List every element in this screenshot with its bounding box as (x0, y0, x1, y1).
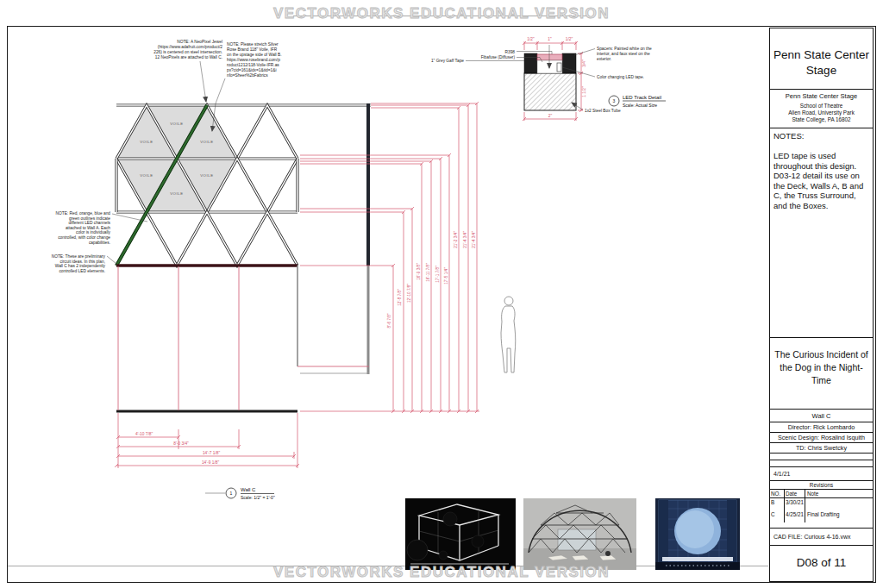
note-neopixel: NOTE: A NeoPixel Jewel (https://www.adaf… (153, 40, 222, 102)
dim-label: 21'-2 3/4" (454, 231, 458, 248)
led-track-detail: 1/2" 1" 1/2" 3/4" 1 1/2" 2" R398 Fibafus… (431, 37, 666, 121)
company-name: Penn State Center Stage (770, 28, 873, 89)
dim-label: 3/4" (582, 59, 586, 67)
note-voile: NOTE: Please stretch Silver Rose Brand 1… (212, 42, 282, 131)
dim-label: 17'-1 7/8" (435, 266, 440, 283)
empty-row (770, 460, 873, 466)
note-circuits: NOTE: These are preliminary circuit idea… (52, 254, 116, 273)
voile-label: VOILE (170, 191, 184, 196)
scenic-designer-credit: Scenic Design: Rosalind Isquith (770, 432, 873, 442)
notes-heading: NOTES: (773, 131, 869, 141)
wall-callout: 1 Wall C Scale: 1/2" = 1'-0" (205, 487, 275, 500)
col-note: Note (805, 490, 873, 497)
dim-label: 1 1/2" (582, 86, 586, 97)
col-no: NO. (770, 490, 785, 497)
photo-led-cube (405, 498, 516, 570)
led-tape-section (557, 63, 561, 72)
dim-label: 14'-7 1/8" (203, 451, 221, 455)
dim-label: 21'-4 3/4" (463, 231, 467, 248)
photo-geodesic-dome (523, 498, 636, 570)
note-led-channels: NOTE: Red, orange, blue and green outlin… (56, 211, 147, 245)
svg-text:NOTE: A NeoPixel Jewel: NOTE: A NeoPixel Jewel (177, 40, 222, 44)
revisions-table: NO. Date Note B 3/30/21 C 4/25/21 Final … (770, 489, 873, 528)
dim-label: 1/2" (566, 37, 573, 41)
led-tape-label: Color changing LED tape. (597, 75, 644, 79)
org-address-3: State College, PA 16802 (770, 116, 873, 123)
technical-director-credit: TD: Chris Swetcky (770, 442, 873, 453)
svg-text:Wall C has 2 independently: Wall C has 2 independently (55, 264, 106, 268)
cad-file: CAD FILE: Curious 4-16.vwx (770, 528, 873, 545)
diffuser-label: Fibafuse (Diffuser) (481, 55, 516, 59)
photo-stage-moon (655, 498, 740, 570)
callout-scale: Scale: 1/2" = 1'-0" (241, 495, 275, 500)
svg-text:controlled LED elements.: controlled LED elements. (59, 269, 105, 273)
svg-text:NOTE: Please stretch Silver: NOTE: Please stretch Silver (227, 42, 279, 47)
voile-label: VOILE (200, 173, 214, 178)
svg-text:color is individually: color is individually (76, 230, 111, 235)
sheet-name: Wall C (770, 409, 873, 422)
svg-text:NOTE: These are preliminary: NOTE: These are preliminary (52, 254, 106, 259)
dim-label: 14'-9 1/8" (202, 460, 220, 465)
svg-text:roduct1212/118-Voile-IFR.as: roduct1212/118-Voile-IFR.as (227, 63, 279, 67)
scale-figure (501, 297, 516, 372)
steel-tube-section (524, 73, 576, 110)
svg-text:12 NeoPixels are attached to W: 12 NeoPixels are attached to Wall C. (155, 55, 222, 59)
revisions-header-row: NO. Date Note (770, 490, 873, 498)
spacers-label: interior, and faux steel on the (597, 52, 650, 56)
dim-label: 16'-9 3/8" (416, 263, 421, 280)
svg-text:Rose Brand 118" Voile, IFR: Rose Brand 118" Voile, IFR (227, 47, 278, 52)
revisions-heading: Revisions (770, 480, 873, 489)
voile-label: VOILE (140, 173, 153, 178)
dim-label: 2" (548, 114, 553, 118)
tube-label: 1x2 Steel Box Tube (585, 109, 621, 113)
callout-title: Wall C (241, 487, 256, 492)
callout-title: LED Track Detail (623, 95, 661, 100)
dim-label: 8'-0 3/4" (173, 441, 189, 446)
dim-label: 16'-11 7/8" (426, 263, 430, 282)
title-block: Penn State Center Stage Penn State Cente… (769, 28, 874, 582)
org-address-1: School of Theatre (770, 103, 873, 109)
svg-text:circuit ideas. In this plan,: circuit ideas. In this plan, (59, 260, 105, 264)
voile-label: VOILE (140, 140, 153, 144)
dim-label: 1" (548, 37, 552, 41)
dim-label: 1/2" (527, 37, 535, 41)
spacer-left (524, 53, 537, 73)
svg-text:nfo=Sheer%2bFabrics: nfo=Sheer%2bFabrics (227, 73, 268, 78)
notes-section: NOTES: LED tape is used throughout this … (770, 128, 873, 337)
svg-text:(https://www.adafruit.com/prod: (https://www.adafruit.com/product/2 (158, 45, 223, 49)
dim-label: 17'-5 1/4" (444, 267, 448, 285)
spacers-label: Spacers: Painted white on the (597, 47, 652, 51)
svg-text:attached to Wall A. Each: attached to Wall A. Each (66, 226, 110, 230)
svg-text:different LED channels: different LED channels (69, 221, 111, 225)
svg-text:https://www.rosebrand.com/p: https://www.rosebrand.com/p (227, 58, 280, 62)
svg-text:226) is centered on steel inte: 226) is centered on steel intersection. (153, 50, 222, 54)
notes-body: LED tape is used throughout this design.… (773, 151, 869, 210)
svg-text:capabilities.: capabilities. (89, 241, 110, 245)
drawing-area: VOILE VOILE VOILE VOILE VOILE VOILE (0, 0, 883, 588)
revision-row: B 3/30/21 (770, 498, 873, 510)
reference-photos (405, 498, 740, 570)
dim-label: 21'-4 3/4" (472, 231, 476, 248)
callout-scale: Scale: Actual Size (623, 103, 657, 108)
plot-date: 4/1/21 (770, 466, 873, 480)
dim-label: 8'-6 7/8" (387, 313, 391, 328)
col-date: Date (785, 490, 805, 497)
voile-label: VOILE (200, 140, 214, 144)
org-name: Penn State Center Stage (770, 92, 873, 100)
width-dimensions: 4'-10 7/8" 8'-0 3/4" 14'-7 1/8" 14'-9 1/… (115, 413, 299, 468)
gaff-tape-label: 1" Grey Gaff Tape (431, 59, 464, 63)
dim-label: 12'-10 7/8" (407, 284, 411, 303)
wall-lattice: VOILE VOILE VOILE VOILE VOILE VOILE (116, 103, 371, 411)
drawing-sheet: VECTORWORKS EDUCATIONAL VERSION VECTORWO… (0, 0, 883, 588)
svg-text:px?cid=161&idx=1&tid=1&i: px?cid=161&idx=1&tid=1&i (227, 68, 276, 72)
spacer-right (562, 53, 576, 73)
svg-text:green outlines indicate: green outlines indicate (69, 216, 110, 221)
svg-text:controlled, with color change: controlled, with color change (58, 235, 110, 240)
dim-label: 12'-8 7/8" (398, 289, 402, 306)
empty-row (770, 453, 873, 460)
gel-label: R398 (505, 50, 516, 54)
detail-callout: 3 LED Track Detail Scale: Actual Size (609, 95, 666, 109)
director-credit: Director: Rick Lombardo (770, 422, 873, 432)
callout-number: 1 (230, 491, 233, 496)
circuit-lines (118, 266, 239, 410)
